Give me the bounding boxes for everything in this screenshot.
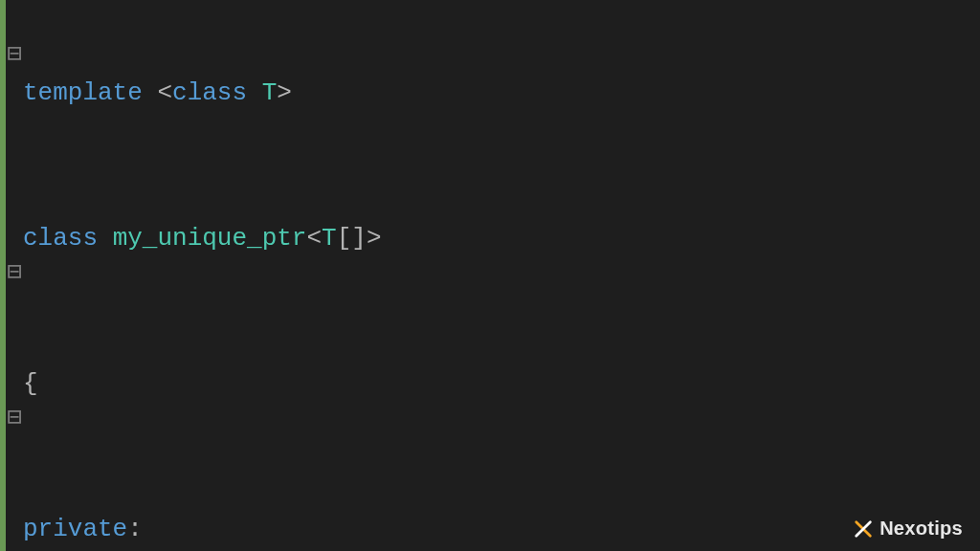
punct: >	[367, 224, 382, 253]
punct: >	[277, 78, 292, 107]
code-line: class my_unique_ptr<T[]>	[23, 220, 980, 256]
punct	[143, 78, 158, 107]
punct	[247, 78, 262, 107]
keyword: class	[23, 224, 98, 253]
watermark-text: Nexotips	[880, 518, 963, 540]
fold-toggle-icon[interactable]: ⊟	[6, 256, 23, 287]
punct: :	[127, 515, 143, 543]
brace: {	[23, 369, 38, 398]
keyword: private	[23, 515, 127, 543]
fold-toggle-icon[interactable]: ⊟	[6, 402, 23, 432]
punct	[98, 224, 113, 253]
punct: []	[337, 224, 367, 253]
code-line: {	[23, 365, 980, 402]
code-line: private:	[23, 511, 980, 547]
punct: <	[157, 78, 172, 107]
punct: <	[306, 224, 322, 253]
code-line: template <class T>	[23, 75, 980, 111]
class-name: my_unique_ptr	[113, 224, 307, 253]
logo-icon	[853, 518, 874, 540]
keyword: class	[172, 78, 247, 107]
type: T	[262, 78, 278, 107]
code-editor-viewport[interactable]: template <class T> class my_unique_ptr<T…	[23, 0, 980, 551]
fold-toggle-icon[interactable]: ⊟	[6, 38, 23, 69]
watermark: Nexotips	[853, 518, 963, 540]
fold-gutter: ⊟ ⊟ ⊟	[6, 0, 23, 551]
type: T	[322, 224, 337, 253]
keyword: template	[23, 78, 143, 107]
